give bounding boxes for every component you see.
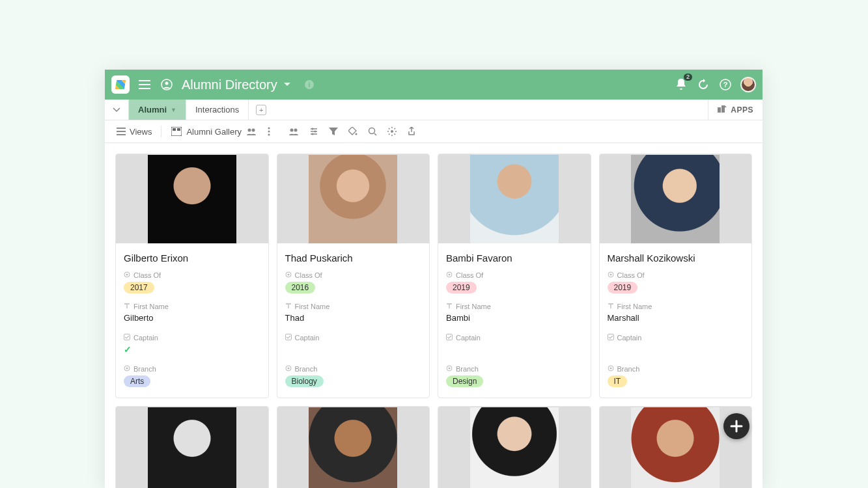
page-title: Alumni Directory (182, 77, 277, 92)
svg-point-15 (268, 134, 270, 136)
export-icon[interactable] (403, 124, 420, 139)
svg-text:?: ? (723, 81, 728, 88)
branch-pill: Biology (285, 375, 324, 387)
settings-icon[interactable] (384, 124, 400, 139)
svg-rect-6 (718, 107, 721, 113)
card-name: Marshall Kozikowski (608, 252, 744, 264)
alumni-card[interactable]: Marshall KozikowskiClass Of2019First Nam… (599, 154, 753, 398)
svg-point-35 (449, 274, 451, 276)
svg-point-14 (268, 131, 270, 133)
tab-interactions[interactable]: Interactions (186, 100, 249, 120)
svg-rect-36 (447, 334, 453, 340)
notification-badge: 2 (684, 74, 692, 81)
first-name-value: Gilberto (124, 313, 260, 325)
svg-point-1 (165, 82, 169, 85)
info-icon[interactable]: i (301, 76, 318, 93)
svg-point-40 (609, 274, 611, 276)
field-label: Class Of (446, 271, 583, 279)
first-name-value: Bambi (446, 313, 583, 325)
svg-point-21 (355, 133, 357, 135)
card-photo (116, 154, 268, 243)
tab-label: Interactions (195, 105, 239, 115)
card-name: Bambi Favaron (446, 252, 583, 264)
alumni-card[interactable]: Bambi FavaronClass Of2019First NameBambi… (438, 154, 591, 398)
svg-point-11 (247, 129, 251, 132)
apps-label: APPS (731, 105, 753, 115)
views-menu-button[interactable]: Views (111, 123, 156, 140)
card-name: Gilberto Erixon (124, 252, 260, 264)
single-select-icon (124, 365, 130, 373)
alumni-card[interactable] (438, 406, 591, 488)
title-caret-icon[interactable] (279, 76, 296, 93)
field-label: Branch (608, 365, 744, 373)
add-tab-button[interactable]: + (253, 100, 270, 120)
svg-point-43 (609, 368, 611, 370)
branch-pill: IT (608, 375, 628, 387)
search-icon[interactable] (364, 124, 381, 139)
gallery-name: Alumni Gallery (186, 127, 242, 137)
svg-point-30 (287, 274, 289, 276)
help-icon[interactable]: ? (717, 76, 734, 93)
field-label: First Name (285, 303, 422, 310)
alumni-card[interactable]: Thad PuskarichClass Of2016First NameThad… (277, 154, 430, 398)
single-select-icon (124, 271, 130, 279)
field-label: Class Of (285, 271, 422, 279)
filter-icon[interactable] (325, 125, 342, 138)
view-toolbar: Views Alumni Gallery (105, 120, 763, 143)
class-of-pill: 2019 (608, 282, 638, 293)
captain-value: ✓ (124, 344, 260, 356)
svg-point-25 (126, 274, 128, 276)
first-name-value: Marshall (608, 313, 744, 325)
checkbox-field-icon (608, 334, 614, 342)
history-icon[interactable] (695, 76, 712, 93)
user-avatar[interactable] (740, 77, 756, 92)
field-label: Branch (124, 365, 260, 373)
single-select-icon (285, 365, 292, 373)
svg-point-20 (311, 133, 313, 135)
alumni-card[interactable]: Gilberto ErixonClass Of2017First NameGil… (115, 154, 269, 398)
svg-point-18 (311, 128, 313, 130)
field-label: Class Of (124, 271, 260, 279)
svg-point-28 (126, 368, 128, 370)
apps-button[interactable]: APPS (708, 100, 763, 120)
field-label: First Name (124, 303, 260, 310)
color-fill-icon[interactable] (344, 124, 361, 139)
notifications-icon[interactable]: 2 (673, 76, 690, 93)
gallery-scroll-area[interactable]: Gilberto ErixonClass Of2017First NameGil… (105, 143, 763, 488)
collapse-tabs-icon[interactable] (105, 100, 129, 120)
tab-label: Alumni (138, 105, 167, 115)
svg-rect-10 (177, 128, 180, 131)
field-label: Captain (608, 334, 744, 342)
gallery-icon (171, 126, 182, 137)
text-field-icon (124, 303, 130, 310)
first-name-value: Thad (285, 313, 422, 325)
gallery-view-button[interactable]: Alumni Gallery (167, 123, 261, 140)
field-label: Captain (285, 334, 422, 342)
hamburger-menu-icon[interactable] (136, 76, 153, 93)
card-name: Thad Puskarich (285, 252, 422, 264)
field-label: First Name (608, 303, 744, 310)
people-icon[interactable] (285, 125, 303, 138)
card-photo (438, 407, 591, 488)
single-select-icon (608, 271, 614, 279)
text-field-icon (285, 303, 292, 310)
app-logo[interactable] (111, 75, 130, 94)
svg-point-17 (294, 129, 297, 132)
checkbox-field-icon (446, 334, 453, 342)
card-photo (277, 154, 430, 243)
tab-alumni[interactable]: Alumni ▼ (129, 100, 186, 120)
field-label: First Name (446, 303, 583, 310)
tabs-bar: Alumni ▼ Interactions + APPS (105, 100, 763, 120)
more-options-icon[interactable] (264, 124, 274, 139)
alumni-card[interactable] (115, 406, 269, 488)
customize-fields-icon[interactable] (305, 124, 322, 139)
people-circle-icon[interactable] (158, 76, 175, 93)
svg-text:i: i (308, 81, 310, 88)
branch-pill: Design (446, 375, 483, 387)
add-record-fab[interactable] (723, 413, 749, 439)
field-label: Captain (446, 334, 583, 342)
alumni-card[interactable] (277, 406, 430, 488)
svg-point-13 (268, 128, 270, 129)
svg-rect-31 (285, 334, 291, 340)
svg-rect-41 (608, 334, 613, 340)
